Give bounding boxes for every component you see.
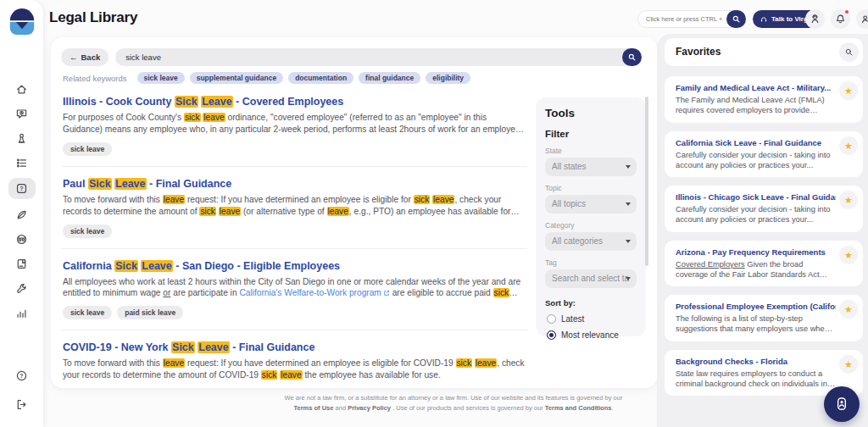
star-icon: ★	[844, 250, 853, 260]
filter-select-tag[interactable]: Search and select ta	[545, 269, 637, 288]
support-agent-button[interactable]	[805, 9, 825, 29]
sidebar-item-home[interactable]	[9, 80, 35, 98]
favorite-title[interactable]: California Sick Leave - Final Guidance	[676, 138, 836, 147]
sidebar-item-legal-library[interactable]: ?	[8, 178, 36, 199]
favorite-card[interactable]: Arizona - Pay Frequency RequirementsCove…	[665, 241, 863, 287]
related-keywords-chips: sick leavesupplemental guidancedocumenta…	[137, 72, 471, 84]
star-icon: ★	[844, 359, 853, 369]
favorite-star-button[interactable]: ★	[839, 246, 858, 264]
sidebar-item-documents[interactable]	[9, 254, 35, 273]
favorite-card[interactable]: Illinois - Chicago Sick Leave - Final Gu…	[665, 186, 863, 232]
home-icon	[15, 83, 28, 96]
result-title[interactable]: Paul Sick Leave - Final Guidance	[63, 178, 526, 190]
favorite-card[interactable]: Family and Medical Leave Act - Military.…	[665, 76, 863, 123]
related-keyword-chip[interactable]: sick leave	[137, 72, 185, 84]
favorite-title[interactable]: Family and Medical Leave Act - Military.…	[676, 83, 836, 92]
app-logo[interactable]	[8, 8, 36, 35]
filter-label: Tag	[545, 258, 637, 267]
sort-option-latest[interactable]: Latest	[545, 314, 637, 324]
pawn-icon	[15, 132, 28, 145]
favorite-star-button[interactable]: ★	[839, 81, 858, 100]
favorite-description: Carefully consider your decision - takin…	[676, 204, 836, 225]
search-icon	[732, 14, 741, 24]
result-tag-chip[interactable]: sick leave	[63, 306, 112, 319]
filter-select-topic[interactable]: All topics	[545, 195, 637, 214]
inline-link[interactable]: California's Welfare-to-Work program	[239, 288, 389, 297]
favorite-title[interactable]: Arizona - Pay Frequency Requirements	[676, 247, 836, 257]
related-keywords-row: Related keywords sick leavesupplemental …	[63, 72, 470, 84]
disclaimer-line-2: Terms of Use and Privacy Policy . Use of…	[250, 403, 657, 413]
logout-icon	[15, 398, 28, 411]
tools-title: Tools	[545, 107, 637, 119]
favorite-description: Carefully consider your decision - takin…	[676, 150, 836, 171]
favorites-header: Favorites	[665, 38, 863, 66]
chevron-down-icon	[626, 240, 631, 243]
radio-button[interactable]	[547, 314, 556, 324]
favorite-description: The following is a list of step-by-step …	[676, 313, 836, 335]
result-title[interactable]: Illinois - Cook County Sick Leave - Cove…	[63, 96, 526, 108]
result-tag-chip[interactable]: paid sick leave	[117, 306, 183, 319]
sidebar-item-analytics[interactable]	[9, 303, 35, 322]
favorite-card[interactable]: California Sick Leave - Final GuidanceCa…	[665, 131, 863, 178]
filter-select-state[interactable]: All states	[545, 158, 637, 176]
filter-select-category[interactable]: All categories	[545, 232, 637, 251]
sidebar-item-chat-history[interactable]	[9, 104, 35, 123]
search-result: Illinois - Cook County Sick Leave - Cove…	[61, 85, 527, 167]
tools-panel: Tools Filter StateAll statesTopicAll top…	[536, 97, 646, 336]
favorite-star-button[interactable]: ★	[839, 136, 858, 155]
result-tag-chip[interactable]: sick leave	[63, 225, 112, 238]
result-snippet: For purposes of Cook County's sick leave…	[63, 112, 526, 136]
sidebar-item-tools[interactable]	[9, 279, 35, 297]
library-search-field[interactable]	[115, 48, 642, 66]
favorite-description: State law requires employers to conduct …	[676, 369, 836, 390]
back-button[interactable]: ← Back	[61, 48, 108, 66]
sidebar-item-help[interactable]: ?	[9, 366, 35, 385]
sidebar-item-logout[interactable]	[9, 395, 35, 413]
favorite-star-button[interactable]: ★	[839, 355, 858, 374]
svg-text:?: ?	[19, 372, 23, 378]
search-results-panel: ← Back Related keywords sick leavesupple…	[51, 37, 657, 388]
topbar-icon-buttons	[805, 9, 868, 29]
related-keyword-chip[interactable]: eligibility	[426, 72, 470, 84]
related-keyword-chip[interactable]: supplemental guidance	[190, 72, 283, 84]
results-scrollbar[interactable]	[645, 97, 648, 266]
library-search-button[interactable]	[622, 48, 642, 66]
sidebar-item-checklist[interactable]	[9, 153, 35, 172]
help-square-icon: ?	[15, 182, 28, 195]
sort-option-most-relevance[interactable]: Most relevance	[545, 330, 637, 340]
favorites-search-button[interactable]	[839, 42, 859, 62]
favorite-star-button[interactable]: ★	[839, 300, 858, 319]
favorite-title[interactable]: Background Checks - Florida	[676, 357, 836, 366]
sidebar-item-leaf[interactable]	[9, 205, 35, 224]
favorite-title[interactable]: Illinois - Chicago Sick Leave - Final Gu…	[676, 192, 836, 202]
filter-title: Filter	[545, 129, 637, 139]
brand-v-icon	[8, 8, 36, 35]
add-user-button[interactable]	[856, 9, 868, 29]
result-tag-chip[interactable]: sick leave	[63, 142, 112, 156]
result-tags: sick leave	[63, 142, 526, 156]
sidebar-item-pawn[interactable]	[9, 129, 35, 147]
related-keyword-chip[interactable]: documentation	[288, 72, 353, 84]
favorite-description: The Family and Medical Leave Act (FMLA) …	[676, 95, 836, 116]
favorite-title[interactable]: Professional Employee Exemption (Califor…	[676, 302, 836, 311]
sidebar-nav: ?	[0, 80, 43, 322]
add-user-icon	[860, 14, 868, 25]
quick-search-button[interactable]	[726, 10, 746, 28]
favorite-star-button[interactable]: ★	[839, 191, 858, 209]
notifications-button[interactable]	[831, 9, 850, 29]
support-agent-icon	[810, 14, 821, 25]
library-search-input[interactable]	[115, 48, 620, 66]
assistant-fab[interactable]	[824, 386, 860, 422]
star-icon: ★	[844, 195, 853, 205]
result-title[interactable]: COVID-19 - New York Sick Leave - Final G…	[63, 341, 526, 353]
back-arrow-icon: ←	[70, 53, 78, 62]
quick-search-input[interactable]	[638, 11, 725, 27]
sort-options: LatestMost relevance	[545, 314, 637, 340]
result-title[interactable]: California Sick Leave - San Diego - Elig…	[63, 260, 526, 272]
global-quick-search[interactable]	[637, 10, 746, 28]
favorite-card[interactable]: Professional Employee Exemption (Califor…	[665, 295, 863, 341]
sidebar-item-mask[interactable]	[9, 230, 35, 248]
related-keyword-chip[interactable]: final guidance	[359, 72, 420, 84]
result-snippet: To move forward with this leave request:…	[63, 358, 526, 381]
radio-button[interactable]	[547, 330, 556, 340]
